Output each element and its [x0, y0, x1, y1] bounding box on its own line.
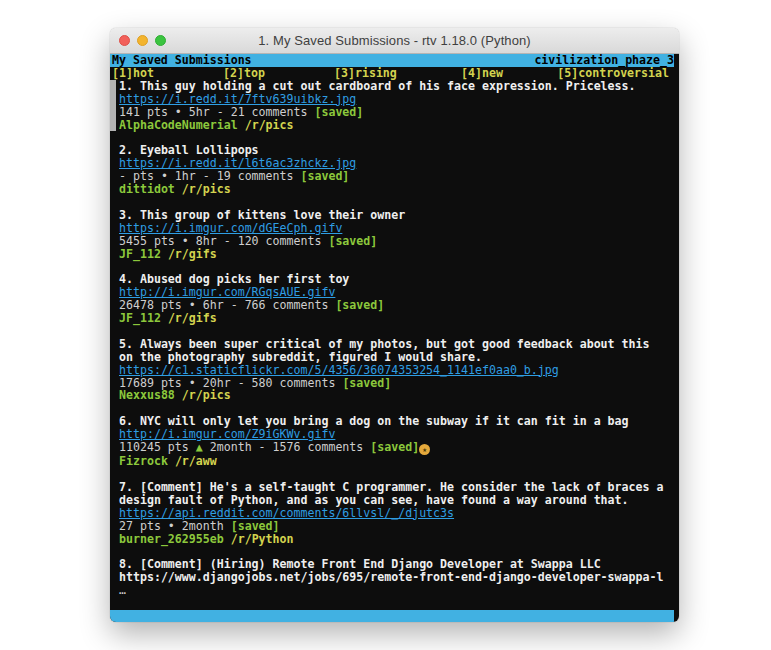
submission-item: 7. [Comment] He's a self-taught C progra… — [110, 481, 679, 546]
submission-subreddit[interactable]: /r/aww — [175, 454, 217, 468]
saved-badge: [saved] — [314, 105, 363, 119]
submission-subreddit[interactable]: /r/pics — [182, 388, 231, 402]
submission-author[interactable]: dittidot — [119, 182, 175, 196]
submission-subreddit[interactable]: /r/gifs — [168, 247, 217, 261]
submission-item: 2. Eyeball Lollipops https://i.redd.it/l… — [110, 144, 679, 196]
submission-byline: JF_112/r/gifs — [119, 312, 677, 325]
submission-item: 4. Abused dog picks her first toy http:/… — [110, 273, 679, 325]
minimize-button[interactable] — [137, 35, 148, 46]
submission-item: 6. NYC will only let you bring a dog on … — [110, 415, 679, 468]
submission-item: 5. Always been super critical of my phot… — [110, 338, 679, 403]
saved-badge: [saved] — [335, 298, 384, 312]
submission-title[interactable]: 8. [Comment] (Hiring) Remote Front End D… — [119, 558, 677, 584]
submission-stats: 5455 pts • 8hr - 120 comments [saved] — [119, 235, 677, 248]
submission-subreddit[interactable]: /r/Python — [231, 532, 294, 546]
submission-author[interactable]: JF_112 — [119, 247, 161, 261]
submission-byline: JF_112/r/gifs — [119, 248, 677, 261]
submission-title[interactable]: 7. [Comment] He's a self-taught C progra… — [119, 481, 677, 507]
saved-badge: [saved] — [342, 376, 391, 390]
logged-in-username: civilization_phaze_3 — [534, 54, 674, 67]
menu-hot[interactable]: [1]hot — [112, 67, 154, 80]
menu-controversial[interactable]: [5]controversial — [557, 67, 669, 80]
close-button[interactable] — [119, 35, 130, 46]
traffic-lights — [119, 28, 166, 53]
submission-byline: AlphaCodeNumerial/r/pics — [119, 119, 677, 132]
submission-byline: burner_262955eb/r/Python — [119, 533, 677, 546]
submission-item: 3. This group of kittens love their owne… — [110, 209, 679, 261]
desktop: 1. My Saved Submissions - rtv 1.18.0 (Py… — [0, 0, 771, 650]
terminal: My Saved Submissions civilization_phaze_… — [110, 54, 679, 622]
window-title: 1. My Saved Submissions - rtv 1.18.0 (Py… — [258, 33, 531, 48]
saved-badge: [saved] — [328, 234, 377, 248]
submission-item: 1. This guy holding a cut out cardboard … — [110, 80, 679, 132]
submission-title[interactable]: 3. This group of kittens love their owne… — [119, 209, 677, 222]
header-bar: My Saved Submissions civilization_phaze_… — [110, 54, 674, 67]
submission-subreddit[interactable]: /r/pics — [182, 182, 231, 196]
submission-title[interactable]: 5. Always been super critical of my phot… — [119, 338, 677, 364]
saved-badge: [saved] — [231, 519, 280, 533]
status-bar: [?]Help[q]Quit[l]Comments[/]Prompt[u]Log… — [110, 610, 674, 622]
submission-byline: Fizrock/r/aww — [119, 455, 677, 468]
menu-top[interactable]: [2]top — [223, 67, 265, 80]
gilded-icon: ★ — [419, 444, 430, 455]
saved-badge: [saved] — [370, 440, 419, 454]
submission-subreddit[interactable]: /r/gifs — [168, 311, 217, 325]
page-title: My Saved Submissions — [112, 54, 252, 67]
truncation-ellipsis: … — [119, 584, 677, 597]
submission-item: 8. [Comment] (Hiring) Remote Front End D… — [110, 558, 679, 597]
submission-author[interactable]: JF_112 — [119, 311, 161, 325]
menu-new[interactable]: [4]new — [461, 67, 503, 80]
submission-stats: 110245 pts ▲ 2month - 1576 comments [sav… — [119, 441, 677, 455]
sort-menu: [1]hot [2]top [3]rising [4]new [5]contro… — [110, 67, 674, 80]
submission-subreddit[interactable]: /r/pics — [245, 118, 294, 132]
submission-author[interactable]: Fizrock — [119, 454, 168, 468]
submission-title[interactable]: 1. This guy holding a cut out cardboard … — [119, 80, 677, 93]
zoom-button[interactable] — [155, 35, 166, 46]
window-titlebar[interactable]: 1. My Saved Submissions - rtv 1.18.0 (Py… — [110, 28, 679, 54]
saved-badge: [saved] — [300, 169, 349, 183]
submission-author[interactable]: Nexxus88 — [119, 388, 175, 402]
upvote-arrow-icon: ▲ — [196, 440, 203, 454]
submission-author[interactable]: burner_262955eb — [119, 532, 224, 546]
submission-byline: Nexxus88/r/pics — [119, 389, 677, 402]
app-window: 1. My Saved Submissions - rtv 1.18.0 (Py… — [110, 28, 679, 622]
selection-cursor — [110, 80, 116, 132]
submission-byline: dittidot/r/pics — [119, 183, 677, 196]
menu-rising[interactable]: [3]rising — [334, 67, 397, 80]
